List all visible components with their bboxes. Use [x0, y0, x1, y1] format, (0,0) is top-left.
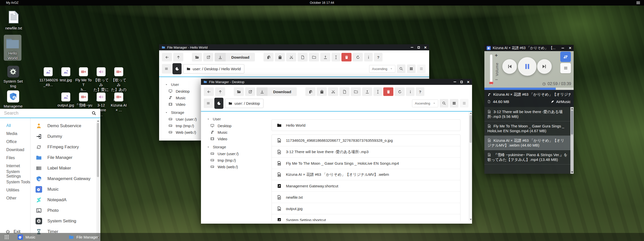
volume-slider[interactable] [490, 54, 492, 85]
desktop-icon-media[interactable]: 『雪峰~yu [75, 92, 92, 108]
playlist-item-selected[interactable]: Kizuna AI × 花譜 #63 「かりそめ」【オリジナルMV】.webm … [484, 136, 574, 150]
sidebar-group-user[interactable]: User [207, 116, 264, 122]
playlist-menu-button[interactable] [560, 63, 571, 73]
category-files[interactable]: Files [0, 154, 30, 162]
cut-button[interactable] [286, 53, 296, 61]
menu-button[interactable] [162, 64, 171, 74]
app-dummy[interactable]: Dummy [31, 131, 100, 142]
search-button[interactable] [440, 99, 448, 108]
help-button[interactable]: ? [374, 53, 383, 61]
info-button[interactable] [364, 53, 373, 61]
desktop-icon-helloworld[interactable]: Hello World [4, 35, 21, 61]
grid-view-button[interactable] [450, 99, 458, 108]
scrollbar-thumb[interactable] [571, 111, 573, 134]
scroll-down-icon[interactable] [470, 219, 472, 220]
progress-bar[interactable] [484, 88, 574, 90]
desktop-icon-media[interactable]: Fly Me To T h... [75, 67, 92, 92]
file-row[interactable]: Fly Me To The Moon _ Gawr Gura Sings _ H… [272, 157, 460, 169]
scroll-up-icon[interactable] [97, 120, 99, 122]
file-row[interactable]: 3-12 There will be love there -愛のある場所-.m… [272, 146, 460, 157]
menu-button[interactable] [204, 98, 213, 108]
category-all[interactable]: All [0, 122, 30, 130]
new-file-button[interactable] [339, 87, 349, 96]
upload-button[interactable] [320, 53, 330, 61]
taskbar-item-music[interactable]: Music [18, 234, 35, 240]
back-button[interactable] [204, 87, 214, 96]
app-list-scrollbar[interactable] [96, 120, 100, 239]
refresh-button[interactable] [395, 87, 405, 96]
file-row[interactable]: Hello World [272, 120, 460, 131]
rename-button[interactable] [373, 87, 382, 96]
paste-button[interactable] [275, 53, 285, 61]
sidebar-group-storage[interactable]: Storage [207, 144, 264, 150]
file-row[interactable]: output.jpg [272, 203, 460, 214]
close-button[interactable]: × [569, 46, 571, 50]
list-view-button[interactable] [460, 99, 469, 108]
topbar-hamburger-icon[interactable] [636, 2, 640, 5]
close-button[interactable]: × [424, 45, 427, 50]
help-button[interactable]: ? [416, 87, 424, 96]
search-button[interactable] [397, 64, 405, 73]
playlist-item[interactable]: 3-12 There will be love there -愛のある場所-.m… [484, 107, 574, 121]
breadcrumb[interactable]: user: / Desktop [225, 99, 264, 108]
dark-mode-button[interactable] [172, 63, 182, 74]
category-system-settings[interactable]: System Settings [0, 170, 30, 178]
sidebar-item-video[interactable]: Video [207, 135, 264, 142]
file-row[interactable]: Management Gateway.shortcut [272, 180, 460, 191]
desktop-icon-systemsetting[interactable]: System Set ting [2, 66, 24, 88]
scrollbar[interactable] [469, 112, 472, 221]
search-input[interactable] [4, 111, 87, 116]
scrollbar-thumb[interactable] [97, 123, 99, 177]
download-button[interactable]: Download [215, 53, 255, 61]
app-management-gateway[interactable]: Management Gateway [31, 174, 100, 184]
file-row[interactable]: System Setting.shortcut [272, 214, 460, 221]
category-utilities[interactable]: Utilities [0, 186, 30, 194]
desktop-icon-media[interactable]: test.jpg [57, 67, 75, 82]
app-photo[interactable]: Photo [31, 205, 100, 216]
scroll-up-icon[interactable] [571, 108, 573, 109]
volume-slider-handle[interactable] [489, 82, 493, 84]
maximize-button[interactable] [460, 81, 463, 83]
desktop-icon-media[interactable]: output.jpg [57, 92, 75, 108]
file-row[interactable]: newfile.txt [272, 191, 460, 203]
minimize-button[interactable] [562, 48, 564, 48]
sidebar-item-video[interactable]: Video [165, 101, 206, 108]
back-button[interactable] [162, 53, 172, 61]
app-system-setting[interactable]: System Setting [31, 216, 100, 226]
sidebar-item-music[interactable]: Music [165, 94, 206, 101]
app-music[interactable]: Music [31, 184, 100, 195]
sidebar-item-tmp-drive[interactable]: tmp (tmp:/) [207, 157, 264, 163]
titlebar[interactable]: Kizuna AI × 花譜 #63 「かりそめ」 【... × [484, 45, 574, 51]
scroll-up-icon[interactable] [470, 113, 472, 114]
new-folder-button[interactable] [309, 53, 319, 61]
rename-button[interactable] [332, 53, 340, 61]
playlist-item[interactable]: Fly Me To The Moon _ Gawr Gura Sings _ H… [484, 121, 574, 136]
breadcrumb[interactable]: user: / Desktop / Hello World [183, 64, 244, 74]
grid-view-button[interactable] [407, 64, 416, 73]
refresh-button[interactable] [353, 53, 363, 61]
pause-button[interactable] [518, 57, 537, 76]
sort-dropdown[interactable]: Ascending [369, 65, 395, 73]
desktop-icon-gateway[interactable]: Manageme [2, 90, 24, 109]
download-button[interactable]: Download [256, 87, 297, 96]
volume-down-button[interactable]: − [495, 77, 498, 83]
open-button[interactable] [192, 53, 202, 61]
maximize-button[interactable] [418, 46, 420, 49]
info-button[interactable] [406, 87, 415, 96]
playlist-item[interactable]: 『雪峰 ~yukimine~ Piano & Strings Ver.』を歌って… [484, 150, 574, 164]
close-button[interactable]: × [467, 80, 470, 84]
minimize-button[interactable] [454, 82, 456, 82]
sidebar-item-user-drive[interactable]: User (user:/) [207, 150, 264, 157]
titlebar[interactable]: File Manager - Hello World × [159, 44, 429, 50]
minimize-button[interactable] [411, 47, 413, 48]
app-demo-subservice[interactable]: Demo Subservice [31, 121, 100, 131]
new-file-button[interactable] [298, 53, 308, 61]
open-button[interactable] [234, 87, 244, 96]
airmusic-button[interactable]: AirMusic [551, 99, 571, 104]
scroll-down-icon[interactable] [571, 171, 573, 173]
category-download[interactable]: Download [0, 146, 30, 154]
category-system-tools[interactable]: System Tools [0, 178, 30, 186]
file-row[interactable]: Kizuna AI × 花譜 #63 「かりそめ」【オリジナルMV】.webm [272, 169, 460, 180]
sort-dropdown[interactable]: Ascending [412, 99, 438, 107]
aroz-menu[interactable]: My ArOZ [6, 1, 18, 5]
